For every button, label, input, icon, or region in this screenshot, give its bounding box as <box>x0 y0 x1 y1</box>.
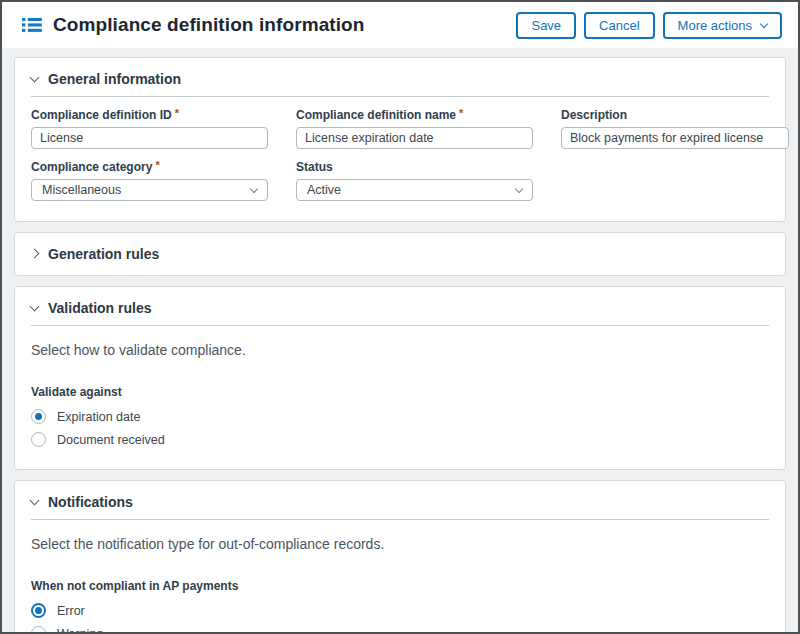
page-header: Compliance definition information Save C… <box>2 2 798 48</box>
radio-button-icon[interactable] <box>31 432 46 447</box>
general-form: Compliance definition ID Compliance defi… <box>15 97 785 221</box>
radio-document-received[interactable]: Document received <box>31 428 769 451</box>
validation-intro-text: Select how to validate compliance. <box>31 342 769 358</box>
cancel-button[interactable]: Cancel <box>584 12 654 39</box>
radio-button-icon[interactable] <box>31 626 46 634</box>
chevron-down-icon <box>760 19 768 27</box>
selected-value: Miscellaneous <box>42 183 121 197</box>
compliance-definition-name-input[interactable] <box>296 127 533 149</box>
validate-against-radio-group: Expiration date Document received <box>15 405 785 469</box>
radio-error[interactable]: Error <box>31 599 769 622</box>
section-header-generation[interactable]: Generation rules <box>15 233 785 275</box>
chevron-down-icon <box>515 184 523 192</box>
description-input[interactable] <box>561 127 789 149</box>
empty-cell <box>561 160 789 201</box>
page-content: General information Compliance definitio… <box>2 48 798 634</box>
save-button[interactable]: Save <box>516 12 576 39</box>
selected-value: Active <box>307 183 341 197</box>
radio-label: Error <box>57 604 85 618</box>
field-label: Compliance category <box>31 160 268 174</box>
section-header-validation[interactable]: Validation rules <box>15 287 785 325</box>
compliance-definition-id-input[interactable] <box>31 127 268 149</box>
section-title: General information <box>48 71 181 87</box>
radio-button-icon[interactable] <box>31 409 46 424</box>
field-label: Compliance definition name <box>296 108 533 122</box>
radio-label: Expiration date <box>57 410 140 424</box>
cancel-button-label: Cancel <box>599 18 639 33</box>
section-title: Validation rules <box>48 300 151 316</box>
page-title: Compliance definition information <box>53 14 516 36</box>
radio-label: Warning <box>57 627 103 634</box>
field-label: Description <box>561 108 789 122</box>
field-compliance-definition-name: Compliance definition name <box>296 108 533 149</box>
chevron-down-icon <box>30 301 40 311</box>
chevron-down-icon <box>250 184 258 192</box>
notification-type-radio-group: Error Warning Ignore <box>15 599 785 634</box>
radio-warning[interactable]: Warning <box>31 622 769 634</box>
validate-against-label: Validate against <box>31 385 769 399</box>
section-header-notifications[interactable]: Notifications <box>15 481 785 519</box>
chevron-right-icon <box>30 248 40 258</box>
section-notifications: Notifications Select the notification ty… <box>14 480 786 634</box>
chevron-down-icon <box>30 72 40 82</box>
ap-payments-label: When not compliant in AP payments <box>31 579 769 593</box>
radio-button-icon[interactable] <box>31 603 46 618</box>
section-header-general[interactable]: General information <box>15 58 785 96</box>
field-label: Status <box>296 160 533 174</box>
field-description: Description <box>561 108 789 149</box>
section-validation-rules: Validation rules Select how to validate … <box>14 286 786 470</box>
chevron-down-icon <box>30 495 40 505</box>
section-general-information: General information Compliance definitio… <box>14 57 786 222</box>
field-compliance-category: Compliance category Miscellaneous <box>31 160 268 201</box>
section-title: Generation rules <box>48 246 159 262</box>
more-actions-button[interactable]: More actions <box>663 12 782 39</box>
radio-label: Document received <box>57 433 165 447</box>
field-label: Compliance definition ID <box>31 108 268 122</box>
field-compliance-definition-id: Compliance definition ID <box>31 108 268 149</box>
list-menu-icon[interactable] <box>22 17 42 33</box>
section-divider <box>31 325 769 326</box>
field-status: Status Active <box>296 160 533 201</box>
header-actions: Save Cancel More actions <box>516 12 782 39</box>
compliance-category-select[interactable]: Miscellaneous <box>31 179 268 201</box>
status-select[interactable]: Active <box>296 179 533 201</box>
section-title: Notifications <box>48 494 133 510</box>
notifications-intro-text: Select the notification type for out-of-… <box>31 536 769 552</box>
section-generation-rules: Generation rules <box>14 232 786 276</box>
radio-expiration-date[interactable]: Expiration date <box>31 405 769 428</box>
section-divider <box>31 519 769 520</box>
more-actions-label: More actions <box>678 18 752 33</box>
save-button-label: Save <box>531 18 561 33</box>
